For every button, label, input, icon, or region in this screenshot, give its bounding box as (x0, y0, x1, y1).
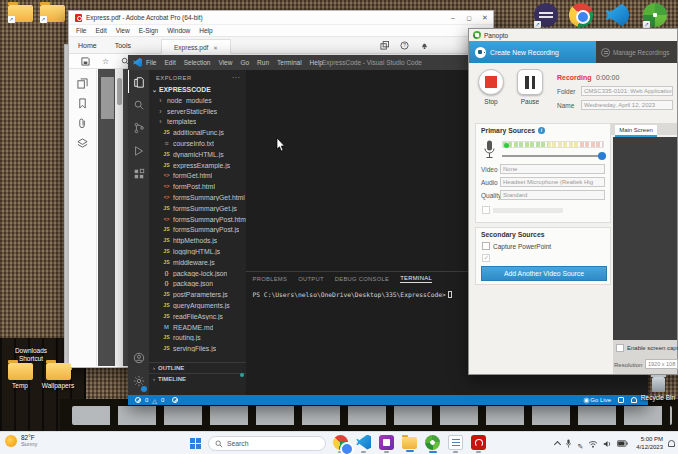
menu-item[interactable]: Window (167, 27, 190, 34)
menu-item[interactable]: Go (240, 59, 249, 66)
minimize-button[interactable] (445, 14, 461, 22)
panel-tab[interactable]: TERMINAL (400, 275, 432, 283)
explorer-item[interactable]: expressExample.js (149, 160, 246, 171)
feedback-icon[interactable] (618, 397, 624, 403)
page-thumbnails-icon[interactable] (77, 78, 88, 89)
explorer-item[interactable]: httpMethods.js (149, 235, 246, 246)
explorer-item[interactable]: dynamicHTML.js (149, 149, 246, 160)
acrobat-scrollbar[interactable] (115, 69, 123, 366)
explorer-item[interactable]: formPost.html (149, 181, 246, 192)
audio-select[interactable]: Headset Microphone (Realtek Hig (500, 177, 605, 187)
microphone-tray-icon[interactable] (565, 439, 572, 449)
menu-item[interactable]: Run (257, 59, 269, 66)
capture-powerpoint-checkbox[interactable] (482, 242, 490, 250)
name-field[interactable]: Wednesday, April 12, 2023 (581, 100, 673, 110)
capture-main-screen-checkbox[interactable] (482, 254, 490, 262)
timeline-section[interactable]: TIMELINE (149, 373, 246, 384)
explorer-item[interactable]: formsSummaryPost.html (149, 214, 246, 225)
resolution-select[interactable]: 1920 x 108 (645, 359, 678, 369)
desktop-folder-temp[interactable]: Temp (2, 363, 38, 390)
save-icon[interactable] (81, 57, 90, 66)
menu-item[interactable]: Selection (184, 59, 211, 66)
extensions-icon[interactable] (128, 162, 149, 185)
bookmarks-icon[interactable] (77, 98, 88, 109)
warnings-icon[interactable] (152, 397, 157, 404)
capture-audio-checkbox[interactable] (482, 206, 490, 214)
acrobat-titlebar[interactable]: Express.pdf - Adobe Acrobat Pro (64-bit) (69, 11, 493, 25)
explorer-item[interactable]: formsSummaryGet.js (149, 203, 246, 214)
menu-item[interactable]: View (218, 59, 232, 66)
explorer-item[interactable]: readFileAsync.js (149, 311, 246, 322)
settings-gear-icon[interactable] (128, 369, 149, 392)
explorer-item[interactable]: serverStaticFiles (149, 106, 246, 117)
taskbar-vscode[interactable] (355, 435, 372, 453)
star-icon[interactable] (102, 57, 109, 66)
battery-icon[interactable] (617, 440, 628, 447)
panel-tab[interactable]: OUTPUT (298, 276, 324, 282)
explorer-item[interactable]: formGet.html (149, 171, 246, 182)
desktop-folder-2[interactable] (34, 5, 70, 22)
menu-item[interactable]: File (76, 27, 86, 34)
start-button[interactable] (190, 438, 202, 450)
tab-create-new-recording[interactable]: Create New Recording (469, 41, 596, 63)
desktop-shortcut-recycle-bin[interactable]: Recycle Bin (640, 377, 676, 402)
taskbar-notes-app[interactable] (447, 435, 464, 453)
explorer-item[interactable]: templates (149, 117, 246, 128)
enable-preview-checkbox[interactable] (616, 344, 624, 352)
desktop-shortcut-chrome[interactable] (563, 3, 599, 27)
volume-slider[interactable] (502, 155, 604, 157)
close-tab-icon[interactable] (213, 44, 218, 51)
explorer-item[interactable]: courseInfo.txt (149, 138, 246, 149)
menu-item[interactable]: E-Sign (139, 27, 159, 34)
outline-section[interactable]: OUTLINE (149, 362, 246, 373)
tab-document[interactable]: Express.pdf (161, 39, 231, 54)
panel-tab[interactable]: PROBLEMS (253, 276, 288, 282)
panopto-titlebar[interactable]: Panopto (469, 29, 677, 41)
search-box[interactable]: Search (208, 436, 326, 451)
close-button[interactable] (477, 14, 493, 22)
more-actions-icon[interactable] (232, 74, 241, 81)
menu-item[interactable]: View (116, 27, 130, 34)
help-icon[interactable]: ? (400, 41, 409, 50)
desktop-shortcut-eclipse[interactable] (528, 3, 564, 27)
account-icon[interactable] (128, 346, 149, 369)
tab-manage-recordings[interactable]: Manage Recordings (596, 41, 677, 63)
explorer-item[interactable]: servingFiles.js (149, 343, 246, 354)
notification-center-icon[interactable] (668, 440, 675, 447)
quality-select[interactable]: Standard (500, 190, 605, 200)
video-select[interactable]: None (500, 164, 605, 174)
desktop-shortcut-vscode[interactable] (599, 3, 635, 27)
taskbar-acrobat[interactable] (470, 435, 487, 453)
layers-icon[interactable] (77, 138, 88, 149)
menu-item[interactable]: Terminal (277, 59, 302, 66)
pause-button[interactable] (517, 69, 543, 95)
share-icon[interactable] (380, 41, 389, 50)
explorer-item[interactable]: package.json (149, 279, 246, 290)
wifi-icon[interactable] (588, 440, 598, 448)
menu-item[interactable]: Help (310, 59, 323, 66)
explorer-root-folder[interactable]: EXPRESSCODE (149, 84, 246, 95)
explorer-item[interactable]: postParameters.js (149, 289, 246, 300)
explorer-item[interactable]: README.md (149, 322, 246, 333)
notifications-icon[interactable] (631, 397, 637, 403)
explorer-item[interactable]: package-lock.json (149, 268, 246, 279)
widgets-button[interactable]: 82°F Sunny (5, 434, 37, 448)
speaker-icon[interactable] (603, 440, 612, 448)
desktop-folder-wallpapers[interactable]: Wallpapers (40, 363, 76, 390)
show-hidden-icons-chevron[interactable] (554, 441, 561, 448)
menu-item[interactable]: Help (199, 27, 212, 34)
run-debug-icon[interactable] (128, 139, 149, 162)
stop-button[interactable] (478, 69, 504, 95)
explorer-item[interactable]: routing.js (149, 333, 246, 344)
explorer-item[interactable]: formsSummaryGet.html (149, 192, 246, 203)
desktop-folder-1[interactable] (2, 5, 38, 22)
explorer-item[interactable]: formsSummaryPost.js (149, 225, 246, 236)
explorer-item[interactable]: additionalFunc.js (149, 127, 246, 138)
explorer-item[interactable]: queryArguments.js (149, 300, 246, 311)
main-screen-tab[interactable]: Main Screen (615, 125, 657, 135)
errors-icon[interactable] (135, 397, 141, 403)
explorer-item[interactable]: node_modules (149, 95, 246, 106)
clock[interactable]: 5:00 PM 4/12/2023 (636, 436, 663, 451)
menu-item[interactable]: Edit (95, 27, 106, 34)
explorer-item[interactable]: loggingHTML.js (149, 246, 246, 257)
